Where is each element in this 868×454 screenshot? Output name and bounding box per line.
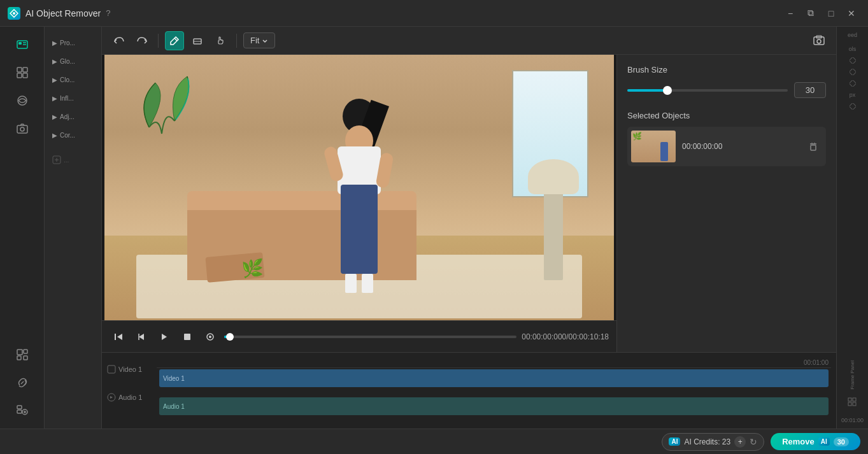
ai-credits-label: AI Credits: 23 (684, 437, 730, 446)
object-delete-button[interactable] (804, 138, 822, 155)
svg-rect-45 (848, 398, 851, 401)
svg-rect-46 (853, 398, 856, 401)
svg-rect-41 (850, 57, 856, 64)
audio-track[interactable]: Audio 1 (159, 397, 829, 415)
eraser-tool-button[interactable] (188, 31, 207, 50)
title-bar: AI Object Remover ? − ⧉ □ ✕ (0, 0, 868, 27)
video1-label: Video 1 (118, 365, 142, 373)
playback-bar: 00:00:00:000/00:00:10:18 (102, 320, 616, 352)
object-time: 00:00:00:00 (682, 142, 798, 151)
person-shoes-right (362, 274, 373, 293)
sidebar-item-links[interactable] (10, 370, 35, 395)
main-layout: ▶ Pro... ▶ Glo... ▶ Clo... ▶ Infl... ▶ A… (0, 27, 868, 429)
sidebar-item-media[interactable] (10, 32, 35, 57)
diamond-icon-3 (850, 80, 856, 87)
refresh-credits-button[interactable]: ↻ (750, 437, 757, 447)
svg-rect-30 (115, 334, 116, 340)
svg-rect-10 (17, 125, 27, 133)
fit-dropdown[interactable]: Fit (243, 32, 275, 48)
grid-icon[interactable] (848, 397, 858, 408)
far-right-label: eed (848, 32, 857, 38)
play-button[interactable] (155, 328, 173, 346)
remove-credits: 30 (834, 437, 849, 446)
svg-rect-15 (24, 356, 27, 360)
bottom-area: Video 1 Audio 1 00:01:00 Video 1 Audio 1 (102, 352, 836, 429)
diamond-icon-4 (850, 103, 856, 110)
svg-rect-6 (23, 67, 27, 72)
svg-rect-39 (108, 365, 115, 373)
svg-rect-13 (24, 350, 27, 353)
brush-size-value[interactable]: 30 (794, 82, 826, 98)
sidebar-item-snapshot[interactable] (10, 116, 35, 141)
remove-button[interactable]: Remove AI 30 (771, 433, 860, 450)
svg-point-9 (18, 96, 27, 105)
help-icon[interactable]: ? (106, 8, 110, 18)
time-marker-right: 00:01:00 (841, 417, 864, 423)
panel-section-glo[interactable]: ▶ Glo... (50, 54, 96, 69)
close-button[interactable]: ✕ (843, 4, 860, 22)
maximize-button[interactable]: □ (822, 4, 840, 22)
left-sidebar (0, 27, 45, 429)
room-lamp (544, 191, 563, 280)
restore-button[interactable]: ⧉ (802, 4, 820, 22)
step-back-button[interactable] (132, 328, 150, 346)
panel-section-clo[interactable]: ▶ Clo... (50, 73, 96, 87)
person-shoes-left (345, 274, 357, 293)
svg-rect-2 (18, 42, 22, 45)
brush-tool-button[interactable] (165, 31, 184, 50)
sidebar-item-overlays[interactable] (10, 88, 35, 113)
video-area: 🌿 (102, 55, 616, 320)
record-button[interactable] (201, 328, 219, 346)
panel-section-pro[interactable]: ▶ Pro... (50, 36, 96, 50)
diamond-icon-1 (850, 57, 856, 64)
far-right-strip: eed ols px Frame Panel 00:01:00 (836, 27, 868, 429)
screenshot-button[interactable] (809, 31, 829, 50)
svg-rect-44 (850, 103, 856, 110)
brush-slider-fill (627, 89, 667, 92)
right-panel: Brush Size 30 Selected Objects 🌿 (616, 55, 836, 352)
add-credits-button[interactable]: + (734, 436, 746, 448)
undo-button[interactable] (110, 31, 129, 50)
svg-rect-7 (17, 73, 22, 78)
video-track[interactable]: Video 1 (159, 369, 829, 387)
time-display: 00:00:00:000/00:00:10:18 (522, 332, 609, 341)
sidebar-item-effects[interactable] (10, 60, 35, 85)
selected-objects-title: Selected Objects (627, 111, 826, 120)
panel-section-cor[interactable]: ▶ Cor... (50, 128, 96, 143)
brush-size-row: 30 (627, 82, 826, 98)
svg-line-24 (174, 38, 177, 41)
app-icon (8, 7, 20, 20)
video-frame: 🌿 (104, 55, 614, 320)
svg-rect-42 (850, 69, 856, 75)
obj-thumb-person (660, 142, 668, 161)
frame-panel-label: Frame Panel (850, 360, 855, 390)
timeline-area: 00:01:00 Video 1 Audio 1 (157, 358, 831, 423)
person-figure (321, 102, 397, 293)
timeline-ruler: 00:01:00 (157, 358, 831, 368)
sidebar-item-add[interactable] (10, 398, 35, 423)
time-marker: 00:01:00 (804, 359, 829, 366)
track-labels: Video 1 Audio 1 (107, 358, 152, 406)
obj-thumb-background: 🌿 (631, 131, 676, 162)
svg-point-11 (20, 127, 24, 131)
remove-label: Remove (782, 437, 815, 446)
hand-tool-button[interactable] (211, 31, 230, 50)
toolbar-separator-2 (236, 34, 237, 48)
minimize-button[interactable]: − (781, 4, 799, 22)
center-area: 🌿 (102, 55, 616, 352)
person-jeans (341, 185, 378, 274)
stop-button[interactable] (178, 328, 196, 346)
progress-bar[interactable] (224, 336, 516, 338)
panel-section-adj[interactable]: ▶ Adj... (50, 110, 96, 124)
brush-size-slider[interactable] (627, 84, 788, 97)
room-plant: 🌿 (241, 258, 264, 279)
redo-button[interactable] (132, 31, 152, 50)
svg-rect-47 (848, 402, 851, 406)
panel-section-infl[interactable]: ▶ Infl... (50, 91, 96, 106)
svg-rect-8 (23, 73, 27, 78)
panel-area: ▶ Pro... ▶ Glo... ▶ Clo... ▶ Infl... ▶ A… (45, 27, 102, 429)
sidebar-item-stickers[interactable] (10, 342, 35, 367)
skip-back-button[interactable] (110, 328, 127, 346)
tools-label: ols (849, 46, 857, 52)
svg-rect-12 (17, 350, 22, 355)
